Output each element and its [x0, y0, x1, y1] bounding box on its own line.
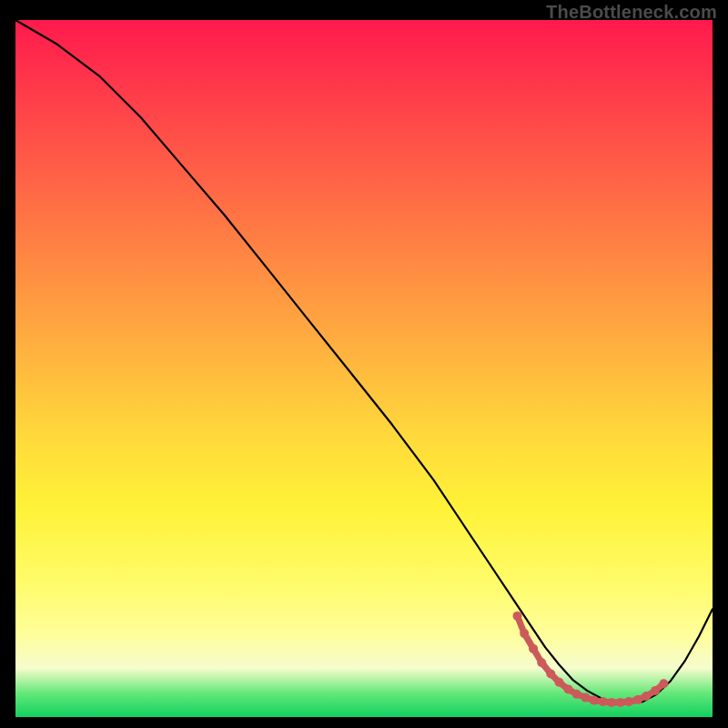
- highlight-dot: [599, 697, 608, 706]
- highlight-dot: [513, 612, 522, 621]
- highlight-dot: [572, 690, 581, 699]
- highlight-dot: [537, 658, 546, 667]
- bottleneck-curve-line: [15, 20, 713, 703]
- highlight-dot: [659, 679, 668, 688]
- highlight-dot: [581, 693, 591, 703]
- highlight-dot: [624, 697, 633, 706]
- highlight-dot: [529, 644, 538, 653]
- highlight-dot: [590, 696, 599, 705]
- highlight-dot: [555, 678, 564, 687]
- highlight-dot: [607, 698, 616, 707]
- chart-svg: [15, 20, 713, 717]
- chart-frame: TheBottleneck.com: [0, 0, 728, 728]
- highlight-dot: [616, 698, 625, 707]
- highlight-dot: [642, 692, 651, 701]
- chart-plot-area: [15, 20, 713, 717]
- highlight-dot: [651, 686, 660, 695]
- highlight-dot: [563, 684, 572, 693]
- highlight-dot: [633, 695, 642, 704]
- highlight-dot: [520, 629, 529, 638]
- highlight-dot: [546, 670, 555, 679]
